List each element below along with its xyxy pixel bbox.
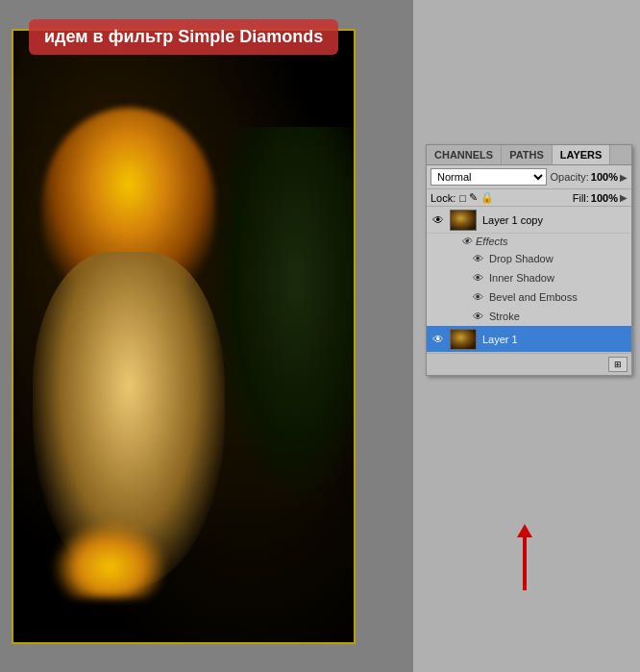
effect-item-stroke[interactable]: 👁 Stroke	[427, 307, 631, 326]
effect-item-dropshadow[interactable]: 👁 Drop Shadow	[427, 249, 631, 268]
tab-channels[interactable]: CHANNELS	[427, 145, 502, 164]
lock-row: Lock: □ ✎ 🔒 Fill: 100% ▶	[427, 189, 631, 207]
effects-label: Effects	[476, 236, 508, 247]
effect-label-dropshadow: Drop Shadow	[489, 253, 554, 264]
effect-item-bevelandemboss[interactable]: 👁 Bevel and Emboss	[427, 287, 631, 307]
fill-row: Fill: 100% ▶	[573, 192, 628, 204]
panel-area: CHANNELS PATHS LAYERS Normal Multiply Sc…	[413, 0, 640, 672]
layer-eye-layer1copy[interactable]: 👁	[431, 212, 446, 228]
effect-label-stroke: Stroke	[489, 311, 520, 322]
layer-thumb-inner-layer1	[451, 330, 476, 349]
layer-thumb-layer1copy	[450, 210, 477, 231]
fill-label: Fill:	[573, 192, 589, 204]
effect-eye-bevelandemboss[interactable]: 👁	[473, 291, 483, 303]
fill-arrow-icon[interactable]: ▶	[620, 192, 628, 203]
layer-eye-layer1[interactable]: 👁	[431, 332, 446, 347]
opacity-row: Opacity: 100% ▶	[551, 171, 628, 183]
lock-image-icon[interactable]: ✎	[469, 191, 478, 204]
effect-item-innershadow[interactable]: 👁 Inner Shadow	[427, 268, 631, 287]
tab-paths[interactable]: PATHS	[502, 145, 553, 164]
figure	[23, 108, 234, 617]
layers-panel: CHANNELS PATHS LAYERS Normal Multiply Sc…	[426, 144, 632, 376]
blend-row: Normal Multiply Screen Overlay Opacity: …	[427, 165, 631, 189]
lock-icons: □ ✎ 🔒	[459, 191, 494, 204]
layer-thumb-inner-layer1copy	[451, 211, 476, 230]
lock-position-icon[interactable]: 🔒	[480, 191, 494, 204]
panel-bottom: ⊞	[427, 353, 631, 375]
layer-item-layer1[interactable]: 👁 Layer 1	[427, 326, 631, 353]
artwork-container	[12, 29, 356, 644]
opacity-arrow-icon[interactable]: ▶	[620, 172, 628, 183]
lock-label: Lock:	[431, 192, 455, 204]
effect-label-bevelandemboss: Bevel and Emboss	[489, 291, 578, 303]
arrow-shaft	[523, 533, 527, 590]
effect-eye-innershadow[interactable]: 👁	[473, 272, 483, 284]
opacity-value: 100%	[591, 171, 618, 183]
panel-tabs: CHANNELS PATHS LAYERS	[427, 145, 631, 165]
blend-mode-select[interactable]: Normal Multiply Screen Overlay	[431, 168, 547, 186]
effect-eye-dropshadow[interactable]: 👁	[473, 253, 483, 264]
fill-value: 100%	[591, 192, 618, 204]
opacity-label: Opacity:	[551, 171, 589, 183]
effect-label-innershadow: Inner Shadow	[489, 272, 554, 284]
effects-header: 👁 Effects	[427, 234, 631, 249]
layers-list: 👁 Layer 1 copy 👁 Effects 👁 Drop Shadow 👁	[427, 207, 631, 353]
artwork-background	[13, 31, 354, 642]
lock-transparent-icon[interactable]: □	[459, 192, 466, 204]
effect-eye-stroke[interactable]: 👁	[473, 311, 483, 322]
layer-thumb-layer1	[450, 329, 477, 350]
layer-name-layer1: Layer 1	[482, 334, 628, 345]
panel-link-layers-button[interactable]: ⊞	[608, 357, 628, 372]
dark-swirls	[209, 127, 354, 511]
effects-group: 👁 Effects 👁 Drop Shadow 👁 Inner Shadow 👁…	[427, 234, 631, 326]
layer-name-layer1copy: Layer 1 copy	[482, 214, 628, 226]
effects-eye-icon[interactable]: 👁	[461, 236, 472, 247]
annotation-text: идем в фильтр Simple Diamonds	[29, 19, 338, 55]
layer-item-layer1copy[interactable]: 👁 Layer 1 copy	[427, 207, 631, 234]
tab-layers[interactable]: LAYERS	[553, 145, 611, 164]
canvas-area: идем в фильтр Simple Diamonds	[0, 0, 413, 672]
feet-glow	[52, 521, 167, 598]
